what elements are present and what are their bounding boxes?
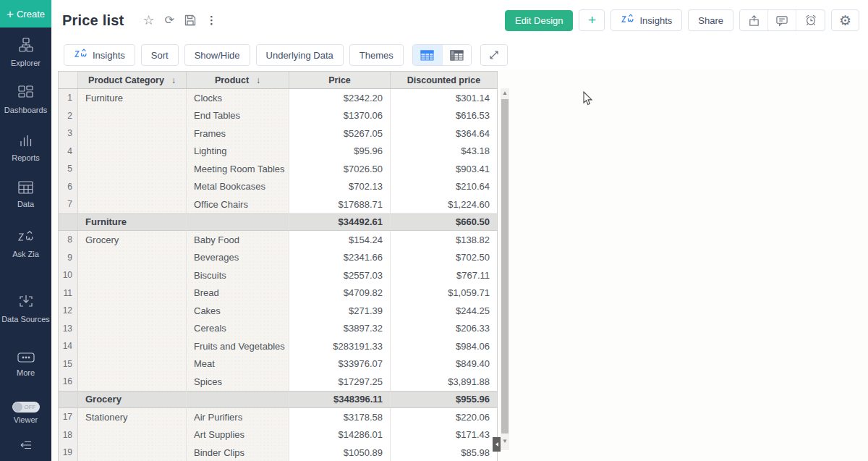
price-cell: $14286.01 bbox=[289, 426, 391, 444]
product-cell: Lighting bbox=[187, 143, 289, 161]
vertical-scrollbar[interactable]: ▲ ▼ bbox=[501, 88, 509, 450]
column-header-discounted[interactable]: Discounted price bbox=[391, 72, 497, 88]
product-cell: Baby Food bbox=[187, 231, 289, 249]
row-number: 11 bbox=[59, 284, 78, 303]
table-row: 6Metal Bookcases$702.13$210.64 bbox=[59, 178, 497, 196]
underlying-data-button[interactable]: Underlying Data bbox=[256, 44, 344, 66]
pivot-view-button[interactable] bbox=[442, 45, 471, 65]
price-cell: $2557.03 bbox=[289, 266, 391, 284]
sidebar-item-data[interactable]: Data bbox=[0, 181, 51, 209]
product-cell: Fruits and Vegetables bbox=[187, 337, 289, 355]
sidebar-item-label: Data Sources bbox=[0, 315, 51, 324]
favorite-star-icon[interactable]: ☆ bbox=[142, 14, 154, 27]
column-header-category[interactable]: Product Category ↓ bbox=[78, 72, 187, 88]
viewer-toggle[interactable]: OFF bbox=[12, 402, 40, 413]
collapse-sidebar-icon bbox=[18, 441, 34, 453]
product-cell: Air Purifiers bbox=[187, 408, 289, 426]
sidebar-item-label: Dashboards bbox=[0, 106, 51, 115]
scrollbar-thumb[interactable] bbox=[501, 99, 509, 433]
product-cell: End Tables bbox=[187, 107, 289, 125]
category-cell bbox=[78, 337, 187, 355]
settings-button[interactable]: ⚙ bbox=[831, 9, 859, 31]
create-label: Create bbox=[17, 9, 45, 20]
scroll-up-icon[interactable]: ▲ bbox=[501, 88, 509, 98]
scroll-grip[interactable] bbox=[493, 437, 501, 452]
show-hide-button[interactable]: Show/Hide bbox=[184, 44, 250, 66]
price-cell: $5267.05 bbox=[289, 124, 391, 143]
discounted-price-cell: $244.25 bbox=[391, 302, 497, 320]
row-number: 4 bbox=[59, 143, 78, 161]
sort-desc-icon[interactable]: ↓ bbox=[256, 75, 260, 85]
edit-design-button[interactable]: Edit Design bbox=[505, 10, 573, 31]
row-number-header bbox=[59, 72, 78, 88]
scroll-down-icon[interactable]: ▼ bbox=[501, 436, 509, 446]
category-cell bbox=[78, 373, 187, 391]
category-cell bbox=[78, 426, 187, 444]
sidebar-item-more[interactable]: More bbox=[0, 352, 51, 378]
dashboards-icon bbox=[18, 90, 33, 102]
sidebar: + Create Explorer Dashboards Reports bbox=[0, 0, 51, 461]
category-cell: Furniture bbox=[78, 213, 187, 232]
column-header-product[interactable]: Product ↓ bbox=[187, 72, 289, 88]
main-area: Price list ☆ ⟳ ⋮ Edit Design + Insights bbox=[51, 0, 868, 461]
fit-screen-icon bbox=[488, 49, 500, 61]
row-number: 17 bbox=[59, 408, 78, 426]
collapse-view-button[interactable] bbox=[480, 44, 508, 66]
discounted-price-cell: $955.96 bbox=[391, 391, 497, 409]
sidebar-item-data-sources[interactable]: Data Sources bbox=[0, 293, 51, 324]
table-row: 7Office Chairs$17688.71$1,224.60 bbox=[59, 195, 497, 213]
table-row: 15Meat$33976.07$849.40 bbox=[59, 355, 497, 373]
discounted-price-cell: $206.33 bbox=[391, 320, 497, 338]
export-button[interactable] bbox=[740, 10, 768, 30]
scroll-left-icon bbox=[495, 442, 498, 447]
discounted-price-cell: $364.64 bbox=[391, 124, 497, 143]
report-toolbar: Insights Sort Show/Hide Underlying Data … bbox=[51, 41, 868, 69]
sidebar-item-ask-zia[interactable]: Ask Zia bbox=[0, 230, 51, 259]
price-cell: $17688.71 bbox=[289, 195, 391, 213]
alerts-button[interactable] bbox=[796, 10, 825, 30]
create-button[interactable]: + Create bbox=[0, 0, 51, 28]
themes-button[interactable]: Themes bbox=[349, 44, 404, 66]
category-cell bbox=[78, 284, 187, 303]
price-cell: $7026.50 bbox=[289, 160, 391, 178]
comments-button[interactable] bbox=[768, 10, 796, 30]
price-cell: $3178.58 bbox=[289, 408, 391, 426]
product-cell: Binder Clips bbox=[187, 444, 289, 461]
row-number: 3 bbox=[59, 124, 78, 143]
sort-desc-icon[interactable]: ↓ bbox=[171, 75, 176, 85]
price-cell: $2342.20 bbox=[289, 89, 391, 107]
refresh-icon[interactable]: ⟳ bbox=[165, 14, 174, 26]
category-cell bbox=[78, 249, 187, 267]
product-cell: Metal Bookcases bbox=[187, 178, 289, 196]
price-list-table: Product Category ↓ Product ↓ Price Disco… bbox=[58, 71, 498, 461]
column-header-price[interactable]: Price bbox=[289, 72, 391, 88]
table-row: 17StationeryAir Purifiers$3178.58$220.06 bbox=[59, 408, 497, 426]
save-icon[interactable] bbox=[184, 14, 196, 26]
table-row: 3Frames$5267.05$364.64 bbox=[59, 124, 497, 143]
row-number: 9 bbox=[59, 249, 78, 267]
add-view-button[interactable]: + bbox=[579, 9, 605, 31]
product-cell: Spices bbox=[187, 373, 289, 391]
table-row: 5Meeting Room Tables$7026.50$903.41 bbox=[59, 160, 497, 178]
row-number: 2 bbox=[59, 107, 78, 125]
sidebar-item-reports[interactable]: Reports bbox=[0, 135, 51, 163]
explorer-icon bbox=[18, 43, 34, 55]
product-cell: Office Chairs bbox=[187, 195, 289, 213]
toolbar-insights-button[interactable]: Insights bbox=[64, 44, 135, 66]
insights-button[interactable]: Insights bbox=[610, 9, 682, 31]
price-cell: $2341.66 bbox=[289, 249, 391, 267]
sidebar-item-explorer[interactable]: Explorer bbox=[0, 38, 51, 68]
table-row: 16Spices$17297.25$3,891.88 bbox=[59, 373, 497, 391]
discounted-price-cell: $171.43 bbox=[391, 426, 497, 444]
share-button[interactable]: Share bbox=[688, 9, 733, 31]
toggle-knob-icon bbox=[13, 402, 22, 412]
sidebar-collapse-button[interactable] bbox=[0, 439, 51, 454]
more-options-icon[interactable]: ⋮ bbox=[206, 14, 217, 27]
discounted-price-cell: $3,891.88 bbox=[391, 373, 497, 391]
row-number: 19 bbox=[59, 444, 78, 461]
sort-button[interactable]: Sort bbox=[141, 44, 179, 66]
category-cell bbox=[78, 302, 187, 320]
sidebar-item-dashboards[interactable]: Dashboards bbox=[0, 85, 51, 115]
discounted-price-cell: $301.14 bbox=[391, 89, 497, 107]
table-view-button[interactable] bbox=[413, 45, 442, 65]
